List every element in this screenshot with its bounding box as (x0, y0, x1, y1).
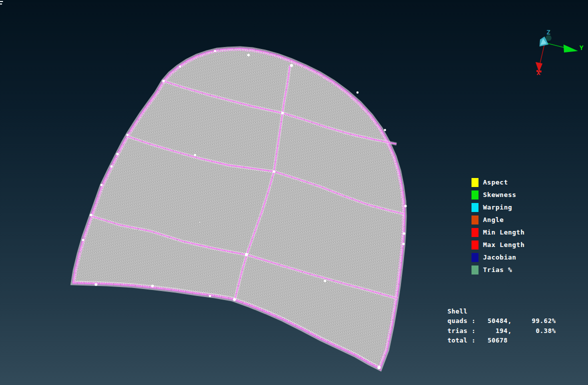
graphics-viewport[interactable]: Z Y X Aspect Skewness Warping Angle Min … (0, 0, 588, 385)
shell-statistics: Shell quads : 50484, 99.62% trias : 194,… (448, 306, 556, 345)
quality-legend: Aspect Skewness Warping Angle Min Length… (472, 176, 524, 276)
y-axis-arrow (564, 44, 578, 52)
legend-item-min-length: Min Length (472, 226, 524, 238)
legend-item-skewness: Skewness (472, 188, 524, 201)
legend-item-warping: Warping (472, 201, 524, 214)
stats-quads: quads : 50484, 99.62% (448, 316, 556, 326)
stats-trias: trias : 194, 0.38% (448, 326, 556, 336)
y-axis-label: Y (580, 44, 584, 52)
legend-label: Skewness (483, 191, 516, 198)
max-length-swatch (472, 240, 478, 250)
stats-title: Shell (448, 306, 556, 316)
legend-label: Angle (483, 216, 504, 224)
warping-swatch (472, 203, 478, 212)
legend-label: Trias % (483, 266, 512, 274)
legend-label: Min Length (483, 228, 524, 236)
legend-label: Aspect (483, 178, 508, 186)
aspect-swatch (472, 178, 478, 187)
axis-triad: Z Y X (536, 28, 584, 76)
legend-item-jacobian: Jacobian (472, 251, 524, 264)
legend-item-max-length: Max Length (472, 238, 524, 251)
hood-mesh[interactable] (73, 48, 407, 369)
skewness-swatch (472, 190, 478, 200)
legend-label: Max Length (483, 241, 524, 248)
min-length-swatch (472, 228, 478, 237)
legend-label: Warping (483, 204, 512, 211)
legend-label: Jacobian (483, 254, 516, 261)
legend-item-aspect: Aspect (472, 176, 524, 188)
z-axis-label: Z (546, 28, 550, 36)
jacobian-swatch (472, 253, 478, 262)
x-axis-line (540, 44, 544, 64)
angle-swatch (472, 216, 478, 224)
stats-total: total : 50678 (448, 336, 556, 345)
x-axis-label: X (536, 69, 540, 76)
trias-pct-swatch (472, 266, 478, 274)
legend-item-trias-pct: Trias % (472, 264, 524, 276)
legend-item-angle: Angle (472, 214, 524, 226)
